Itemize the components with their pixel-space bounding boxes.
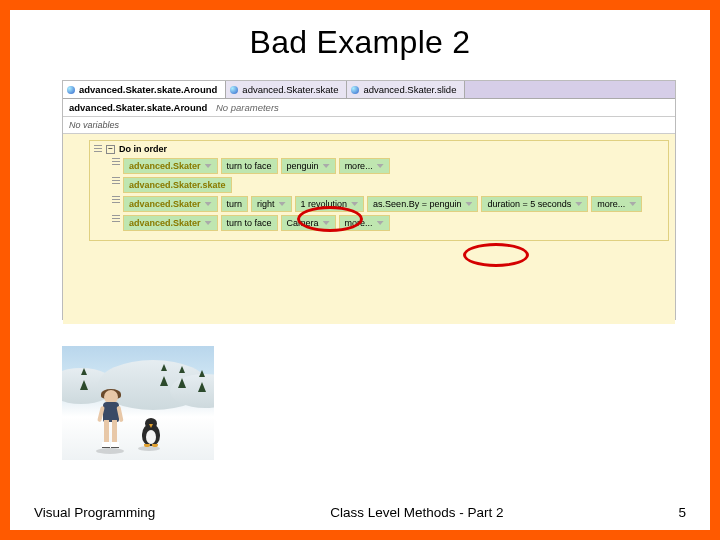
collapse-icon[interactable]: − <box>106 145 115 154</box>
object-tile[interactable]: advanced.Skater <box>123 158 218 174</box>
tab-slide[interactable]: advanced.Skater.slide <box>347 81 465 98</box>
tree-icon <box>160 376 168 386</box>
param-tile[interactable]: duration = 5 seconds <box>481 196 588 212</box>
method-signature: advanced.Skater.skate.Around No paramete… <box>63 99 675 117</box>
footer-left: Visual Programming <box>34 505 155 520</box>
param-tile[interactable]: right <box>251 196 292 212</box>
skater-figure <box>98 390 124 452</box>
more-tile[interactable]: more... <box>339 158 390 174</box>
action-tile[interactable]: turn to face <box>221 215 278 231</box>
chevron-down-icon <box>629 202 636 206</box>
tab-skate[interactable]: advanced.Skater.skate <box>226 81 347 98</box>
slide-footer: Visual Programming Class Level Methods -… <box>20 497 700 530</box>
chevron-down-icon <box>323 221 330 225</box>
penguin-figure <box>140 418 162 450</box>
highlight-oval-penguin-2 <box>463 243 529 267</box>
block-label: Do in order <box>119 144 167 154</box>
code-editor: advanced.Skater.skate.Around advanced.Sk… <box>62 80 676 320</box>
chevron-down-icon <box>575 202 582 206</box>
method-name: advanced.Skater.skate.Around <box>69 102 207 113</box>
method-icon <box>351 86 359 94</box>
more-tile[interactable]: more... <box>591 196 642 212</box>
do-in-order-block[interactable]: − Do in order advanced.Skater turn to fa… <box>89 140 669 241</box>
param-tile[interactable]: penguin <box>281 158 336 174</box>
tree-icon <box>198 382 206 392</box>
param-tile[interactable]: Camera <box>281 215 336 231</box>
param-tile[interactable]: 1 revolution <box>295 196 365 212</box>
param-tile[interactable]: as.Seen.By = penguin <box>367 196 478 212</box>
object-tile[interactable]: advanced.Skater <box>123 215 218 231</box>
tab-label: advanced.Skater.skate <box>242 84 338 95</box>
chevron-down-icon <box>351 202 358 206</box>
slide-title: Bad Example 2 <box>10 10 710 71</box>
drag-grip-icon[interactable] <box>112 177 120 186</box>
method-call-tile[interactable]: advanced.Skater.skate <box>123 177 232 193</box>
method-params: No parameters <box>216 102 279 113</box>
tab-label: advanced.Skater.skate.Around <box>79 84 217 95</box>
slide: Bad Example 2 advanced.Skater.skate.Arou… <box>0 0 720 540</box>
drag-grip-icon[interactable] <box>112 215 120 224</box>
drag-grip-icon[interactable] <box>112 158 120 167</box>
statement-row[interactable]: advanced.Skater.skate <box>112 177 664 193</box>
action-tile[interactable]: turn to face <box>221 158 278 174</box>
method-icon <box>230 86 238 94</box>
chevron-down-icon <box>465 202 472 206</box>
method-tab-bar: advanced.Skater.skate.Around advanced.Sk… <box>63 81 675 99</box>
scene-preview <box>62 346 214 460</box>
chevron-down-icon <box>205 202 212 206</box>
chevron-down-icon <box>323 164 330 168</box>
statement-row[interactable]: advanced.Skater turn to face penguin mor… <box>112 158 664 174</box>
chevron-down-icon <box>279 202 286 206</box>
object-tile[interactable]: advanced.Skater <box>123 196 218 212</box>
chevron-down-icon <box>377 164 384 168</box>
chevron-down-icon <box>205 221 212 225</box>
action-tile[interactable]: turn <box>221 196 249 212</box>
more-tile[interactable]: more... <box>339 215 390 231</box>
statement-row[interactable]: advanced.Skater turn right 1 revolution … <box>112 196 664 212</box>
block-header[interactable]: − Do in order <box>94 144 664 154</box>
chevron-down-icon <box>205 164 212 168</box>
no-variables-label: No variables <box>63 117 675 134</box>
tab-label: advanced.Skater.slide <box>363 84 456 95</box>
footer-center: Class Level Methods - Part 2 <box>330 505 503 520</box>
method-icon <box>67 86 75 94</box>
tree-icon <box>80 380 88 390</box>
chevron-down-icon <box>377 221 384 225</box>
statement-row[interactable]: advanced.Skater turn to face Camera more… <box>112 215 664 231</box>
code-canvas[interactable]: − Do in order advanced.Skater turn to fa… <box>63 134 675 324</box>
drag-grip-icon[interactable] <box>112 196 120 205</box>
tree-icon <box>178 378 186 388</box>
tab-skate-around[interactable]: advanced.Skater.skate.Around <box>63 81 226 98</box>
drag-grip-icon[interactable] <box>94 145 102 154</box>
footer-right: 5 <box>678 505 686 520</box>
